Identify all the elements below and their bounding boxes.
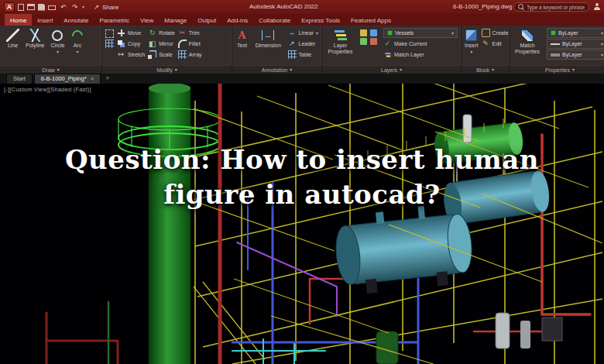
- circle-button[interactable]: Circle: [51, 28, 65, 54]
- chevron-down-icon: [316, 31, 318, 36]
- linetype-select[interactable]: ByLayer: [547, 39, 604, 49]
- copy-button[interactable]: Copy: [117, 39, 145, 49]
- modify-extra-tools: [105, 28, 114, 48]
- insert-block-button[interactable]: Insert: [465, 28, 479, 54]
- left-dim-pipes: [46, 302, 118, 364]
- tab-express-tools[interactable]: Express Tools: [296, 14, 345, 26]
- linear-dimension-button[interactable]: Linear: [288, 28, 318, 38]
- chevron-down-icon: [451, 31, 454, 36]
- layer-state-icon[interactable]: [370, 29, 377, 36]
- object-color-select[interactable]: ByLayer: [547, 28, 604, 38]
- tab-home[interactable]: Home: [5, 14, 32, 26]
- search-box[interactable]: Type a keyword or phrase: [513, 2, 589, 12]
- edit-block-icon: [482, 39, 490, 48]
- layer-select[interactable]: Vessels: [383, 28, 458, 38]
- share-label: Share: [102, 4, 118, 11]
- scale-button[interactable]: Scale: [148, 50, 175, 60]
- panel-annotation: A Text Dimension Linear Leader Table Ann…: [232, 26, 322, 74]
- start-tab[interactable]: Start: [6, 74, 33, 84]
- chevron-down-icon: [57, 50, 59, 54]
- new-file-icon[interactable]: [18, 4, 24, 11]
- layer-state-icon[interactable]: [360, 38, 367, 45]
- tool-label: Line: [8, 43, 18, 49]
- rotate-button[interactable]: Rotate: [148, 28, 175, 38]
- tab-manage[interactable]: Manage: [159, 14, 192, 26]
- chevron-down-icon: [601, 42, 603, 46]
- tab-featured-apps[interactable]: Featured Apps: [345, 14, 396, 26]
- panel-label-modify[interactable]: Modify: [102, 65, 232, 74]
- edit-block-button[interactable]: Edit: [482, 39, 509, 49]
- match-layer-button[interactable]: Match Layer: [383, 50, 458, 60]
- save-icon[interactable]: [38, 4, 45, 11]
- purple-pipe: [237, 242, 337, 316]
- make-current-button[interactable]: Make Current: [383, 39, 458, 49]
- stretch-button[interactable]: Stretch: [117, 50, 145, 60]
- array-button[interactable]: Array: [178, 50, 202, 60]
- text-button[interactable]: A Text: [235, 28, 249, 49]
- chevron-down-icon: [601, 53, 603, 57]
- question-line-2: figure in autocad?: [0, 177, 604, 212]
- tab-output[interactable]: Output: [192, 14, 221, 26]
- match-layer-icon: [385, 52, 391, 58]
- layer-state-icon[interactable]: [370, 38, 377, 45]
- panel-label-annotation[interactable]: Annotation: [232, 65, 321, 74]
- search-icon: [518, 4, 524, 11]
- piping-3d-model[interactable]: [0, 84, 604, 364]
- create-block-button[interactable]: Create: [482, 28, 509, 38]
- table-button[interactable]: Table: [288, 50, 318, 60]
- drawing-canvas[interactable]: [-][Custom View][Shaded (Fast)] Question…: [0, 84, 604, 364]
- qat-dropdown-icon[interactable]: [82, 5, 84, 9]
- redo-icon[interactable]: [70, 3, 79, 12]
- panel-label-draw[interactable]: Draw: [0, 65, 101, 74]
- move-button[interactable]: Move: [117, 28, 145, 38]
- fillet-button[interactable]: Fillet: [178, 39, 202, 49]
- erase-icon[interactable]: [105, 29, 114, 38]
- leader-icon: [288, 39, 297, 48]
- chevron-down-icon: [76, 50, 78, 54]
- tab-add-ins[interactable]: Add-ins: [221, 14, 253, 26]
- move-icon: [117, 29, 125, 37]
- arc-button[interactable]: Arc: [70, 28, 84, 54]
- array-icon: [178, 50, 187, 59]
- tab-view[interactable]: View: [135, 14, 159, 26]
- chevron-down-icon: [400, 67, 402, 72]
- autocad-logo[interactable]: A: [4, 2, 15, 12]
- lineweight-select[interactable]: ByLayer: [547, 50, 604, 60]
- viewport-controls[interactable]: [-][Custom View][Shaded (Fast)]: [4, 86, 91, 93]
- polyline-icon: [29, 29, 42, 42]
- tab-insert[interactable]: Insert: [32, 14, 58, 26]
- panel-label-layers[interactable]: Layers: [322, 65, 461, 74]
- polyline-button[interactable]: Polyline: [26, 28, 45, 49]
- create-block-icon: [482, 29, 490, 37]
- panel-label-properties[interactable]: Properties: [510, 65, 604, 74]
- question-line-1: Question: How to insert human: [0, 143, 604, 177]
- scale-icon: [148, 50, 156, 59]
- undo-icon[interactable]: [59, 3, 67, 12]
- tab-parametric[interactable]: Parametric: [94, 14, 135, 26]
- dimension-icon: [262, 30, 274, 40]
- line-button[interactable]: Line: [6, 28, 19, 49]
- tab-collaborate[interactable]: Collaborate: [253, 14, 296, 26]
- layer-state-icon[interactable]: [360, 29, 367, 36]
- share-button[interactable]: Share: [92, 3, 118, 12]
- mirror-button[interactable]: Mirror: [148, 39, 175, 49]
- chevron-down-icon: [290, 67, 292, 72]
- open-file-icon[interactable]: [27, 4, 35, 10]
- sign-in-person-icon[interactable]: [593, 3, 600, 11]
- trim-button[interactable]: Trim: [178, 28, 202, 38]
- close-tab-icon[interactable]: ×: [91, 76, 94, 82]
- chevron-down-icon: [492, 67, 494, 72]
- drawing-tab[interactable]: 6-B-1000_Piping* ×: [34, 74, 101, 84]
- new-drawing-tab-button[interactable]: +: [102, 74, 112, 84]
- layer-properties-button[interactable]: Layer Properties: [325, 28, 355, 54]
- leader-button[interactable]: Leader: [288, 39, 318, 49]
- panel-label-block[interactable]: Block: [462, 65, 509, 74]
- quick-access-toolbar: [18, 3, 84, 12]
- dimension-button[interactable]: Dimension: [253, 28, 283, 49]
- plot-icon[interactable]: [48, 5, 56, 10]
- explode-icon[interactable]: [105, 39, 114, 48]
- match-properties-button[interactable]: Match Properties: [513, 28, 542, 54]
- tool-label: Polyline: [26, 43, 45, 49]
- tab-annotate[interactable]: Annotate: [58, 14, 94, 26]
- arc-icon: [70, 28, 85, 43]
